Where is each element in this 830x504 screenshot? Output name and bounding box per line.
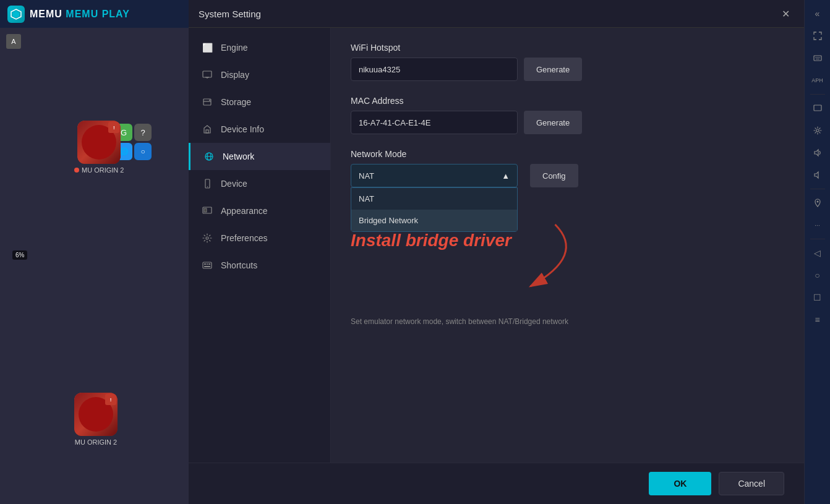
network-mode-section: Network Mode NAT ▲ NAT Bridged Netwo [351, 149, 784, 187]
svg-rect-20 [204, 266, 210, 267]
svg-point-26 [816, 129, 819, 132]
toolbar-separator-2 [810, 189, 825, 189]
shortcuts-icon [201, 259, 213, 271]
app-icon-circle[interactable]: ○ [134, 143, 152, 160]
svg-marker-28 [815, 172, 818, 178]
app-title-play: MEMU PLAY [66, 9, 130, 19]
config-button[interactable]: Config [530, 164, 578, 187]
svg-marker-1 [13, 11, 19, 18]
toolbar-volume-down-button[interactable] [808, 165, 828, 185]
svg-marker-27 [815, 150, 818, 156]
memu-logo-icon [7, 6, 25, 23]
emulator-sidebar: MEMU MEMU PLAY A G ? 🌐 ○ ⚔ [0, 0, 189, 504]
game-badge-2: ! [105, 394, 116, 405]
network-mode-option-bridged[interactable]: Bridged Network [351, 210, 517, 231]
svg-rect-8 [206, 130, 208, 133]
settings-top-bar: System Setting ✕ [189, 0, 804, 28]
game-item-1[interactable]: ⚔ ! MU ORIGIN 2 [74, 121, 124, 174]
network-mode-dropdown-menu: NAT Bridged Network [351, 187, 518, 232]
network-icon [203, 150, 215, 163]
toolbar-more-button[interactable]: ··· [808, 215, 828, 235]
svg-rect-22 [814, 56, 821, 61]
nav-label-appearance: Appearance [221, 206, 268, 216]
network-mode-selected-value: NAT [359, 171, 374, 181]
toolbar-separator-1 [810, 94, 825, 95]
progress-badge: 6% [12, 250, 27, 260]
wifi-hotspot-row: Generate [351, 58, 784, 81]
app-icon-question[interactable]: ? [134, 124, 152, 141]
cancel-button[interactable]: Cancel [719, 472, 784, 495]
dropdown-chevron-icon: ▲ [502, 171, 510, 181]
network-mode-dropdown[interactable]: NAT ▲ [351, 164, 518, 187]
toolbar-separator-3 [810, 239, 825, 239]
close-button[interactable]: ✕ [777, 5, 794, 22]
toolbar-screen-button[interactable] [808, 98, 828, 118]
toolbar-keyboard-button[interactable] [808, 48, 828, 68]
game-label-1: MU ORIGIN 2 [74, 166, 124, 174]
toolbar-back-button[interactable]: ◁ [808, 243, 828, 263]
nav-item-display[interactable]: Display [189, 61, 330, 88]
svg-rect-18 [207, 263, 208, 265]
settings-body: ⬜ Engine Display [189, 28, 804, 463]
settings-nav: ⬜ Engine Display [189, 28, 331, 463]
mac-generate-button[interactable]: Generate [524, 111, 582, 134]
nav-item-device[interactable]: Device [189, 170, 330, 197]
device-icon [201, 177, 213, 190]
network-mode-option-nat[interactable]: NAT [351, 188, 517, 210]
nav-item-engine[interactable]: ⬜ Engine [189, 34, 330, 61]
toolbar-expand-button[interactable] [808, 26, 828, 46]
game-icon-2: ⚔ ! [74, 393, 118, 436]
game-dot-indicator-1 [74, 168, 79, 173]
game-badge-1: ! [108, 122, 119, 133]
network-mode-label: Network Mode [351, 149, 784, 159]
game-icon-1: ⚔ ! [77, 121, 121, 164]
game-item-2[interactable]: ⚔ ! MU ORIGIN 2 [74, 393, 118, 446]
nav-label-display: Display [221, 70, 249, 80]
game-label-2: MU ORIGIN 2 [75, 438, 117, 446]
nav-label-device: Device [221, 179, 247, 189]
svg-point-13 [207, 186, 208, 187]
storage-icon [201, 96, 213, 108]
settings-content: WiFi Hotspot Generate MAC Address Genera… [331, 28, 804, 463]
svg-rect-2 [203, 71, 212, 77]
mac-address-input[interactable] [351, 111, 518, 134]
toolbar-chevron-double-left-button[interactable]: « [808, 4, 828, 23]
nav-label-storage: Storage [221, 97, 251, 107]
mac-address-group: MAC Address Generate [351, 96, 784, 134]
nav-item-network[interactable]: Network [189, 143, 330, 170]
footer-description: Set emulator network mode, switch betwee… [351, 317, 784, 326]
nav-item-storage[interactable]: Storage [189, 88, 330, 116]
top-bar: MEMU MEMU PLAY [0, 0, 189, 28]
nav-label-preferences: Preferences [221, 233, 267, 243]
settings-panel: System Setting ✕ ⬜ Engine Display [189, 0, 804, 504]
settings-footer: OK Cancel [189, 463, 804, 504]
toolbar-list-button[interactable]: ≡ [808, 310, 828, 330]
engine-icon: ⬜ [201, 41, 213, 54]
wifi-hotspot-group: WiFi Hotspot Generate [351, 43, 784, 81]
toolbar-square-button[interactable]: ☐ [808, 288, 828, 307]
wifi-hotspot-label: WiFi Hotspot [351, 43, 784, 53]
svg-rect-25 [814, 105, 821, 111]
svg-rect-19 [208, 263, 210, 265]
nav-item-device-info[interactable]: Device Info [189, 116, 330, 143]
toolbar-circle-button[interactable]: ○ [808, 265, 828, 285]
wifi-hotspot-input[interactable] [351, 58, 518, 81]
nav-item-appearance[interactable]: Appearance [189, 197, 330, 224]
svg-point-29 [816, 201, 818, 203]
toolbar-location-button[interactable] [808, 193, 828, 213]
install-bridge-text: Install bridge driver [351, 231, 511, 250]
toolbar-volume-up-button[interactable] [808, 143, 828, 163]
right-toolbar: « APH [804, 0, 830, 504]
toolbar-aph-button[interactable]: APH [808, 70, 828, 90]
nav-item-preferences[interactable]: Preferences [189, 224, 330, 252]
ok-button[interactable]: OK [649, 472, 711, 495]
svg-rect-16 [203, 262, 212, 268]
mac-address-row: Generate [351, 111, 784, 134]
wifi-generate-button[interactable]: Generate [524, 58, 582, 81]
svg-point-7 [209, 100, 210, 101]
toolbar-gear-button[interactable] [808, 121, 828, 140]
nav-label-engine: Engine [221, 43, 248, 53]
network-mode-row: NAT ▲ NAT Bridged Network Config [351, 164, 784, 187]
nav-item-shortcuts[interactable]: Shortcuts [189, 252, 330, 279]
nav-label-shortcuts: Shortcuts [221, 260, 257, 270]
